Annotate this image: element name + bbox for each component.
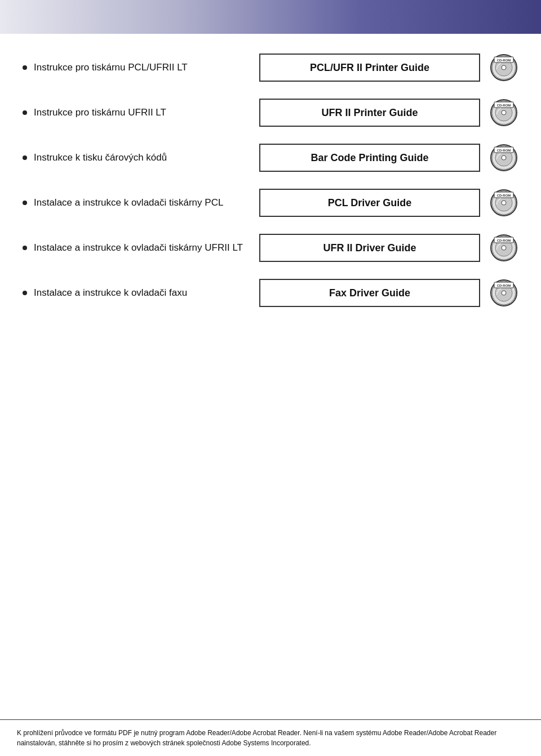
cdrom-icon-pcl-driver: CD-ROM [489, 188, 518, 217]
guide-row-ufr-driver: Instalace a instrukce k ovladači tiskárn… [23, 225, 518, 270]
header-gradient [0, 0, 541, 34]
guide-button-pcl-driver[interactable]: PCL Driver Guide [259, 189, 480, 217]
guide-row-fax-driver: Instalace a instrukce k ovladači faxuFax… [23, 270, 518, 315]
right-col-pcl-driver: PCL Driver Guide CD-ROM [259, 188, 518, 217]
cdrom-icon-fax-driver: CD-ROM [489, 278, 518, 308]
guide-button-fax-driver[interactable]: Fax Driver Guide [259, 279, 480, 307]
svg-point-33 [502, 291, 506, 295]
guide-button-ufrii-lt[interactable]: UFR II Printer Guide [259, 99, 480, 127]
left-label-pcl-ufrii-lt: Instrukce pro tiskárnu PCL/UFRII LT [34, 61, 188, 74]
svg-text:CD-ROM: CD-ROM [497, 194, 511, 197]
right-col-bar-code: Bar Code Printing Guide CD-ROM [259, 143, 518, 172]
left-label-bar-code: Instrukce k tisku čárových kódů [34, 152, 167, 164]
guide-row-ufrii-lt: Instrukce pro tiskárnu UFRII LTUFR II Pr… [23, 90, 518, 135]
guide-row-pcl-driver: Instalace a instrukce k ovladači tiskárn… [23, 180, 518, 225]
bullet-icon [23, 246, 27, 250]
guide-button-bar-code[interactable]: Bar Code Printing Guide [259, 144, 480, 172]
svg-point-3 [502, 65, 506, 70]
svg-text:CD-ROM: CD-ROM [497, 149, 511, 152]
left-label-ufrii-lt: Instrukce pro tiskárnu UFRII LT [34, 106, 166, 119]
footer: K prohlížení průvodce ve formátu PDF je … [0, 719, 541, 756]
guide-button-ufr-driver[interactable]: UFR II Driver Guide [259, 234, 480, 262]
svg-point-9 [502, 110, 506, 115]
right-col-ufrii-lt: UFR II Printer Guide CD-ROM [259, 98, 518, 127]
cdrom-icon-pcl-ufrii-lt: CD-ROM [489, 53, 518, 82]
svg-text:CD-ROM: CD-ROM [497, 284, 511, 287]
guide-row-bar-code: Instrukce k tisku čárových kódůBar Code … [23, 135, 518, 180]
right-col-pcl-ufrii-lt: PCL/UFR II Printer Guide CD-ROM [259, 53, 518, 82]
svg-text:CD-ROM: CD-ROM [497, 104, 511, 107]
svg-point-15 [502, 155, 506, 160]
footer-text: K prohlížení průvodce ve formátu PDF je … [17, 728, 524, 748]
bullet-icon [23, 65, 27, 70]
guide-button-pcl-ufrii-lt[interactable]: PCL/UFR II Printer Guide [259, 54, 480, 82]
bullet-icon [23, 201, 27, 205]
guide-row-pcl-ufrii-lt: Instrukce pro tiskárnu PCL/UFRII LTPCL/U… [23, 45, 518, 90]
svg-text:CD-ROM: CD-ROM [497, 239, 511, 242]
bullet-icon [23, 110, 27, 115]
left-col-pcl-ufrii-lt: Instrukce pro tiskárnu PCL/UFRII LT [23, 61, 259, 74]
bullet-icon [23, 291, 27, 295]
left-col-ufr-driver: Instalace a instrukce k ovladači tiskárn… [23, 242, 259, 254]
left-col-ufrii-lt: Instrukce pro tiskárnu UFRII LT [23, 106, 259, 119]
left-col-bar-code: Instrukce k tisku čárových kódů [23, 152, 259, 164]
svg-point-27 [502, 246, 506, 250]
cdrom-icon-ufrii-lt: CD-ROM [489, 98, 518, 127]
main-content: Instrukce pro tiskárnu PCL/UFRII LTPCL/U… [0, 0, 541, 349]
svg-text:CD-ROM: CD-ROM [497, 59, 511, 62]
right-col-ufr-driver: UFR II Driver Guide CD-ROM [259, 233, 518, 263]
right-col-fax-driver: Fax Driver Guide CD-ROM [259, 278, 518, 308]
left-label-ufr-driver: Instalace a instrukce k ovladači tiskárn… [34, 242, 243, 254]
svg-point-21 [502, 201, 506, 205]
left-col-fax-driver: Instalace a instrukce k ovladači faxu [23, 287, 259, 299]
bullet-icon [23, 155, 27, 160]
cdrom-icon-ufr-driver: CD-ROM [489, 233, 518, 263]
left-label-fax-driver: Instalace a instrukce k ovladači faxu [34, 287, 187, 299]
cdrom-icon-bar-code: CD-ROM [489, 143, 518, 172]
left-col-pcl-driver: Instalace a instrukce k ovladači tiskárn… [23, 197, 259, 209]
left-label-pcl-driver: Instalace a instrukce k ovladači tiskárn… [34, 197, 223, 209]
